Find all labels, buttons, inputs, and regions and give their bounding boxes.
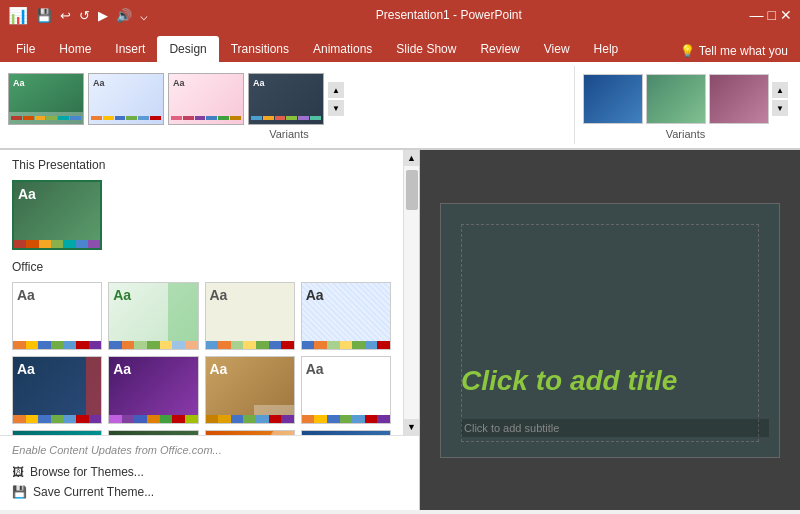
variants-scroll-down[interactable]: ▼ [772,100,788,116]
variant-color-2[interactable] [646,74,706,124]
quick-dropdown-icon[interactable]: ⌵ [140,8,148,23]
theme-card-1[interactable]: Aa [108,282,198,350]
theme-card-current[interactable]: Aa [12,180,102,250]
theme-card-8[interactable]: Aa [12,430,102,435]
themes-scrollbar[interactable]: ▲ ▼ [403,150,419,435]
panel-footer: Enable Content Updates from Office.com..… [0,435,419,510]
themes-scroll-down[interactable]: ▼ [328,100,344,116]
quick-undo-icon[interactable]: ↩ [60,8,71,23]
minimize-btn[interactable]: — [750,7,764,23]
tab-design[interactable]: Design [157,36,218,62]
window-title: Presentation1 - PowerPoint [376,8,522,22]
slide-area: Click to add title Click to add subtitle [420,150,800,510]
quick-present-icon[interactable]: ▶ [98,8,108,23]
variants-group-label: Variants [583,128,788,144]
this-presentation-label: This Presentation [12,158,391,172]
this-presentation-grid: Aa [12,180,391,250]
quick-audio-icon[interactable]: 🔊 [116,8,132,23]
theme-card-9[interactable]: Aa [108,430,198,435]
quick-save-icon[interactable]: 💾 [36,8,52,23]
tab-file[interactable]: File [4,36,47,62]
main-content: This Presentation Aa [0,150,800,510]
ribbon-tabs: File Home Insert Design Transitions Anim… [0,30,800,62]
tab-view[interactable]: View [532,36,582,62]
theme-card-5[interactable]: Aa [108,356,198,424]
variant-thumb-4[interactable]: Aa [248,73,324,125]
theme-card-6[interactable]: Aa [205,356,295,424]
quick-redo-icon[interactable]: ↺ [79,8,90,23]
theme-card-11[interactable]: Aa [301,430,391,435]
titlebar: 📊 💾 ↩ ↺ ▶ 🔊 ⌵ Presentation1 - PowerPoint… [0,0,800,30]
window-controls: — □ ✕ [750,7,792,23]
theme-card-0[interactable]: Aa [12,282,102,350]
scroll-up-btn[interactable]: ▲ [404,150,420,166]
variant-thumb-2[interactable]: Aa [88,73,164,125]
ppt-icon: 📊 [8,6,28,25]
theme-card-2[interactable]: Aa [205,282,295,350]
ribbon-body: Aa Aa [0,62,800,150]
slide-title[interactable]: Click to add title [461,365,769,397]
tab-slideshow[interactable]: Slide Show [384,36,468,62]
theme-card-10[interactable]: Aa [205,430,295,435]
variants-scroll-up[interactable]: ▲ [772,82,788,98]
variant-thumb-1[interactable]: Aa [8,73,84,125]
tab-animations[interactable]: Animations [301,36,384,62]
variants-label: Variants [8,128,570,144]
themes-list: This Presentation Aa [0,150,403,435]
variant-color-1[interactable] [583,74,643,124]
tab-transitions[interactable]: Transitions [219,36,301,62]
theme-card-4[interactable]: Aa [12,356,102,424]
themes-panel: This Presentation Aa [0,150,420,510]
theme-card-3[interactable]: Aa [301,282,391,350]
footer-note: Enable Content Updates from Office.com..… [12,444,407,456]
scroll-thumb[interactable] [406,170,418,210]
close-btn[interactable]: ✕ [780,7,792,23]
lightbulb-icon: 💡 [680,44,695,58]
themes-scroll-up[interactable]: ▲ [328,82,344,98]
variant-color-3[interactable] [709,74,769,124]
office-label: Office [12,260,391,274]
tell-me-text: Tell me what you [699,44,788,58]
browse-icon: 🖼 [12,465,24,479]
slide-subtitle[interactable]: Click to add subtitle [461,419,769,437]
tab-home[interactable]: Home [47,36,103,62]
titlebar-left: 📊 💾 ↩ ↺ ▶ 🔊 ⌵ [8,6,148,25]
variant-thumb-3[interactable]: Aa [168,73,244,125]
maximize-btn[interactable]: □ [768,7,776,23]
slide-border [461,224,759,442]
save-icon: 💾 [12,485,27,499]
tab-review[interactable]: Review [468,36,531,62]
tell-me-area[interactable]: 💡 Tell me what you [672,40,796,62]
office-themes-grid: Aa Aa [12,282,391,435]
browse-themes-link[interactable]: 🖼 Browse for Themes... [12,462,407,482]
tab-insert[interactable]: Insert [103,36,157,62]
scroll-down-btn[interactable]: ▼ [404,419,420,435]
save-theme-link[interactable]: 💾 Save Current Theme... [12,482,407,502]
tab-help[interactable]: Help [582,36,631,62]
theme-card-7[interactable]: Aa [301,356,391,424]
slide-canvas[interactable]: Click to add title Click to add subtitle [440,203,780,458]
